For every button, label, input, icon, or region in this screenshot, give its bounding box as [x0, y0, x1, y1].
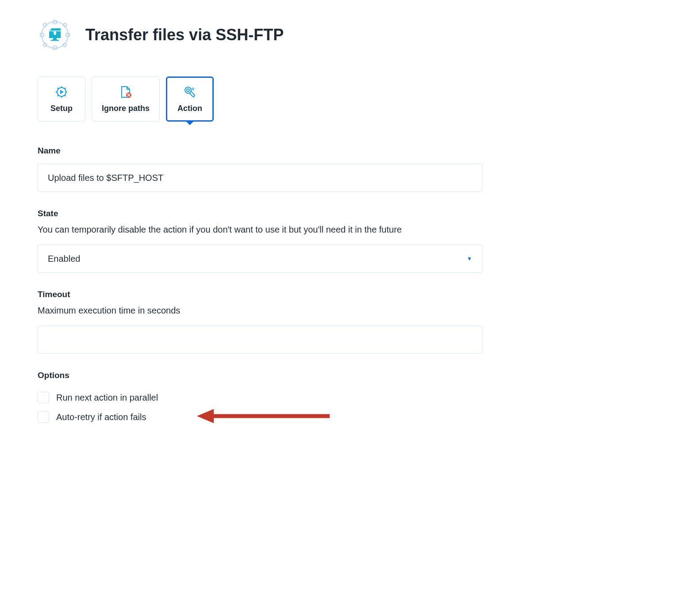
run-parallel-checkbox[interactable]: [38, 392, 49, 403]
state-field-block: State You can temporarily disable the ac…: [38, 209, 482, 273]
timeout-help: Maximum execution time in seconds: [38, 306, 482, 316]
checkbox-label: Run next action in parallel: [56, 393, 158, 403]
state-selected-value: Enabled: [48, 254, 80, 264]
options-label: Options: [38, 371, 482, 380]
tab-ignore-paths[interactable]: Ignore paths: [92, 76, 160, 122]
tab-label: Ignore paths: [102, 104, 150, 113]
svg-marker-18: [197, 409, 214, 423]
timeout-label: Timeout: [38, 290, 482, 299]
option-auto-retry: Auto-retry if action fails: [38, 411, 482, 423]
checkbox-label: Auto-retry if action fails: [56, 412, 146, 422]
play-gear-icon: [55, 85, 68, 99]
options-field-block: Options Run next action in parallel Auto…: [38, 371, 482, 423]
name-input[interactable]: [38, 164, 482, 192]
transfer-gear-icon: [38, 18, 72, 52]
page-title: Transfer files via SSH-FTP: [85, 26, 284, 44]
option-run-parallel: Run next action in parallel: [38, 392, 482, 403]
file-x-icon: [119, 85, 132, 99]
tab-label: Setup: [50, 104, 73, 113]
tools-icon: [183, 85, 196, 99]
tab-setup[interactable]: Setup: [38, 76, 85, 122]
svg-rect-7: [43, 43, 47, 47]
state-label: State: [38, 209, 482, 218]
tabs: Setup Ignore paths Action: [38, 76, 662, 122]
action-form: Name State You can temporarily disable t…: [38, 146, 482, 423]
name-label: Name: [38, 146, 482, 156]
chevron-down-icon: ▼: [467, 256, 472, 262]
name-field-block: Name: [38, 146, 482, 192]
state-select[interactable]: Enabled ▼: [38, 245, 482, 273]
svg-rect-6: [63, 23, 67, 27]
page-header: Transfer files via SSH-FTP: [38, 18, 662, 52]
svg-point-16: [187, 89, 189, 92]
timeout-field-block: Timeout Maximum execution time in second…: [38, 290, 482, 354]
timeout-input[interactable]: [38, 325, 482, 354]
state-help: You can temporarily disable the action i…: [38, 225, 482, 235]
tab-label: Action: [177, 104, 202, 113]
svg-rect-8: [63, 43, 67, 47]
tab-action[interactable]: Action: [166, 76, 214, 122]
auto-retry-checkbox[interactable]: [38, 411, 49, 423]
arrow-annotation-icon: [197, 407, 334, 427]
svg-rect-12: [51, 40, 59, 41]
svg-point-15: [185, 87, 191, 93]
svg-rect-5: [43, 23, 47, 27]
